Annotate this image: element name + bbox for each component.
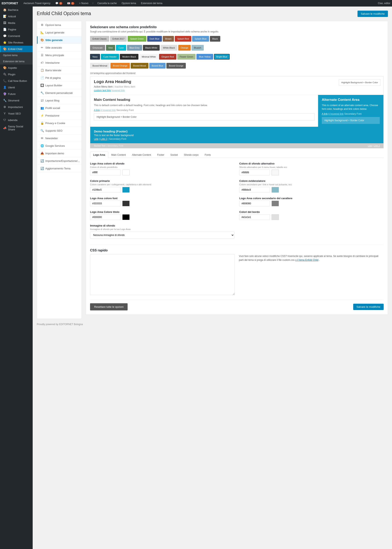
swatch-blue-grey[interactable]: Blue-Grey [127,45,142,51]
sidebar-item-utenti[interactable]: 👤 Utenti [0,84,33,91]
swatch-enfold-classic[interactable]: Enfold Classic [90,36,109,42]
preview-main-hovered-link[interactable]: A hovered link [100,109,116,112]
sidebar-item-media[interactable]: 🖼 Media [0,20,33,26]
css-textarea[interactable] [90,254,235,295]
reset-button[interactable]: Resettare tutte le opzioni [90,303,128,310]
left-nav-newsletter[interactable]: ✉ Newsletter [37,134,81,142]
swatch-bright-blue[interactable]: Bright Blue [214,54,230,60]
left-nav-supporto-seo[interactable]: 🔍 Supporto SEO [37,127,81,134]
sidebar-item-iubenda[interactable]: 🛡 iubenda [0,117,33,123]
highlight-color-input[interactable] [239,187,270,193]
swatch-boxed-minimal[interactable]: Boxed Minimal [90,63,110,69]
preview-alt-link[interactable]: A link [322,112,328,115]
tab-fonts[interactable]: Fonts [202,152,214,158]
admin-site-name[interactable]: Aeclanum Travel Agency [22,2,52,5]
left-nav-privacy-cookie[interactable]: 🔒 Privacy e Cookie [37,119,81,127]
preview-socket-link2[interactable]: Link 2 [374,145,380,147]
admin-theme-extensions[interactable]: Estensioni del tema [140,2,164,5]
swatch-blue-yellow[interactable]: Blue-Yellow [196,54,213,60]
preview-custom-link[interactable]: custom text link [94,89,111,92]
swatch-minimal-white[interactable]: Minimal White [139,54,158,60]
left-nav-layout-generale[interactable]: 📐 Layout generale [37,29,81,36]
swatch-boxed-grunge[interactable]: Boxed Grunge [166,63,186,69]
swatch-bluaish[interactable]: Bluaish [191,45,204,51]
swatch-elegant-red[interactable]: Elegant Red [159,54,176,60]
preview-socket-link[interactable]: Link [368,145,372,147]
title-color-input[interactable] [90,214,121,220]
left-nav-opzioni-tema[interactable]: ⚙ Opzioni tema [37,21,81,29]
sidebar-item-plugin[interactable]: 🔌 Plugin [0,71,33,77]
save-button-top[interactable]: Salvare le modifiche [357,11,388,17]
preview-main-link[interactable]: A link [94,109,100,112]
sidebar-item-bacheca[interactable]: 🏠 Bacheca [0,7,33,13]
swatch-boxed-blue[interactable]: Boxed Blue [149,63,166,69]
swatch-brown[interactable]: Brown [163,36,174,42]
sidebar-sub-estensioni[interactable]: Estensioni del tema [0,58,33,64]
swatch-black[interactable]: Black [210,36,220,42]
sidebar-item-future[interactable]: 🔮 Future [0,91,33,97]
css-enfold-link[interactable]: o il tema Enfold Child [295,259,318,261]
swatch-dark-blue[interactable]: Dark Blue [147,36,162,42]
sidebar-item-impostazioni[interactable]: ⚙ Impostazioni [0,104,33,110]
preview-hovered-link[interactable]: hovered link [112,89,125,92]
swatch-greyscale[interactable]: Greyscale [90,45,105,51]
swatch-splash-red[interactable]: Splash Red [175,36,191,42]
left-nav-stile-avanzato[interactable]: ✏ Stile avanzato [37,44,81,51]
left-nav-intestazione[interactable]: 🏷 Intestazione [37,59,81,67]
swatch-black-white[interactable]: Black-White [143,45,160,51]
tab-socket[interactable]: Socket [167,152,181,158]
swatch-boxed-wood[interactable]: Boxed Wood [131,63,148,69]
bg-image-dropdown[interactable]: Nessuna immagine di sfondo [90,232,234,239]
sidebar-item-articoli[interactable]: 📝 Articoli [0,13,33,20]
admin-messages[interactable]: 💌 0 [66,2,76,5]
swatch-vine[interactable]: Vine [106,45,115,51]
swatch-boxed-orange[interactable]: Boxed Orange [111,63,130,69]
left-nav-layout-blog[interactable]: 📰 Layout Blog [37,97,81,104]
swatch-splash-green[interactable]: Splash Green [128,36,146,42]
left-nav-profili-sociali[interactable]: 👥 Profili sociali [37,104,81,112]
sidebar-item-sassy-social[interactable]: 📣 Sassy Social Share [0,123,33,133]
admin-new[interactable]: + Nuovo [78,2,90,5]
title-color-swatch[interactable] [122,214,130,220]
left-nav-importare-demo[interactable]: 📥 Importare demo [37,150,81,157]
left-nav-pie-di-pagina[interactable]: 📄 Piè di pagina [37,74,81,82]
sidebar-item-strumenti[interactable]: 🔧 Strumenti [0,97,33,104]
tab-main-content[interactable]: Main Content [108,152,129,158]
left-nav-google-services[interactable]: 🌐 Google Services [37,142,81,150]
admin-cache[interactable]: Cancella la cache [96,2,118,5]
admin-comments[interactable]: 💬 4 [54,2,64,5]
sidebar-item-call-now-button[interactable]: 📞 Call Now Button [0,77,33,84]
save-button-bottom[interactable]: Salvare le modifiche [353,304,384,310]
tab-alternate-content[interactable]: Alternate Content [129,152,154,158]
sidebar-item-aspetto[interactable]: 🎨 Aspetto [0,64,33,71]
bg-color-input[interactable] [90,170,121,175]
swatch-enfold-2017[interactable]: Enfold 2017 [110,36,127,42]
highlight-color-swatch[interactable] [272,187,279,193]
left-nav-stile-generale[interactable]: 🎨 Stile generale [37,36,81,44]
border-color-input[interactable] [239,214,270,220]
left-nav-importazione[interactable]: 🔄 Importazione/Esportazione/... [37,157,81,165]
alt-bg-color-swatch[interactable] [272,170,279,175]
admin-theme-options[interactable]: Opzioni tema [120,2,137,5]
left-nav-barra-laterale[interactable]: 📋 Barra laterale [37,67,81,74]
left-nav-menu-principale[interactable]: ☰ Menu principale [37,51,81,59]
font-color-swatch[interactable] [122,201,130,206]
swatch-cyan[interactable]: Cyan [116,45,126,51]
primary-color-swatch[interactable] [122,187,130,193]
alt-bg-color-input[interactable] [239,170,270,175]
swatch-orange[interactable]: Orange [178,45,191,51]
tab-sfondo-corpo[interactable]: Sfondo corpo [181,152,202,158]
tab-logo-area[interactable]: Logo Area [90,152,108,158]
preview-alt-hovered-link[interactable]: A hovered link [328,112,343,115]
swatch-cyan-header[interactable]: Cyan Header [101,54,119,60]
secondary-font-color-swatch[interactable] [272,201,279,206]
swatch-modern-black[interactable]: Modern Black [120,54,138,60]
font-color-input[interactable] [90,201,121,206]
border-color-swatch[interactable] [272,214,279,220]
left-nav-prestazione[interactable]: ⚡ Prestazione [37,112,81,119]
sidebar-item-commenti[interactable]: 💬 Commenti [0,33,33,39]
sidebar-sub-opzioni-tema[interactable]: Opzioni tema [0,52,33,58]
sidebar-item-yoast-seo[interactable]: Y Yoast SEO [0,110,33,117]
secondary-font-color-input[interactable] [239,201,270,206]
primary-color-input[interactable] [90,187,121,193]
